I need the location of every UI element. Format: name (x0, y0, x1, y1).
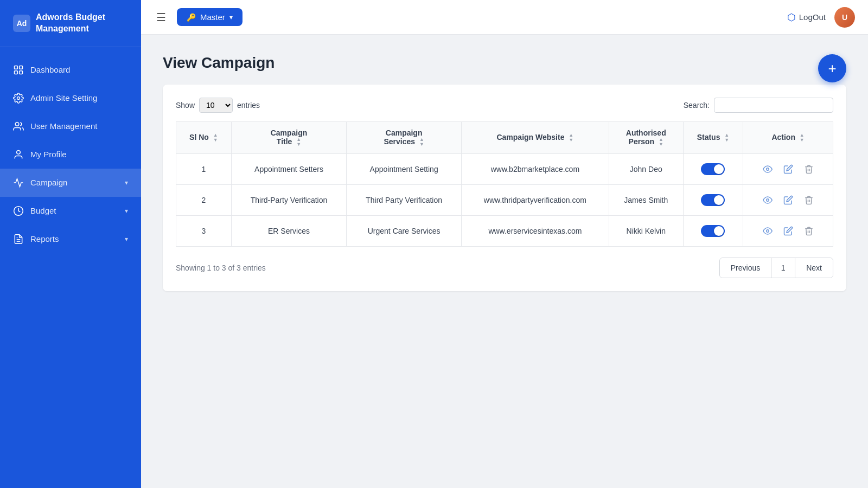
table-row: 3 ER Services Urgent Care Services www.e… (176, 216, 833, 247)
edit-icon[interactable] (781, 162, 796, 177)
cell-campaign-website: www.erservicesintexas.com (461, 216, 609, 247)
content-area: View Campaign + Show 10 25 50 100 entrie… (141, 35, 868, 488)
key-icon: 🔑 (187, 13, 196, 22)
master-label: Master (200, 12, 225, 22)
sort-icon-campaign-services: ▲▼ (419, 137, 424, 147)
status-toggle[interactable] (701, 163, 725, 175)
sidebar-item-my-profile[interactable]: My Profile (0, 140, 141, 169)
sidebar: Ad Adwords Budget Management Dashboard A… (0, 0, 141, 488)
delete-icon[interactable] (801, 162, 816, 177)
person-icon (13, 149, 24, 160)
cell-campaign-title: Third-Party Verification (231, 185, 347, 216)
sidebar-item-label: User Management (30, 121, 97, 131)
dashboard-icon (13, 65, 24, 75)
delete-icon[interactable] (801, 192, 816, 208)
page-number-1[interactable]: 1 (771, 258, 795, 278)
campaign-icon (13, 177, 24, 188)
logout-label: LogOut (799, 12, 826, 22)
showing-text: Showing 1 to 3 of 3 entries (176, 264, 266, 272)
logout-button[interactable]: ⬡ LogOut (787, 11, 826, 23)
svg-point-12 (766, 230, 769, 233)
status-toggle[interactable] (701, 225, 725, 237)
view-icon[interactable] (760, 162, 775, 177)
settings-icon (13, 93, 24, 104)
svg-point-11 (766, 199, 769, 202)
sort-icon-campaign-title: ▲▼ (296, 137, 301, 147)
add-campaign-button[interactable]: + (818, 54, 846, 82)
status-toggle[interactable] (701, 194, 725, 206)
sidebar-item-reports[interactable]: Reports ▾ (0, 225, 141, 253)
action-icons (751, 192, 825, 208)
previous-button[interactable]: Previous (720, 258, 771, 278)
sidebar-brand: Ad Adwords Budget Management (0, 0, 141, 47)
content-card: Show 10 25 50 100 entries Search: (163, 85, 846, 291)
sidebar-item-admin-site-setting[interactable]: Admin Site Setting (0, 84, 141, 112)
sidebar-item-user-management[interactable]: User Management (0, 112, 141, 140)
delete-icon[interactable] (801, 223, 816, 239)
reports-icon (13, 234, 24, 245)
brand-title: Adwords Budget Management (36, 12, 105, 35)
cell-campaign-services: Third Party Verification (347, 185, 462, 216)
sidebar-item-campaign[interactable]: Campaign ▾ (0, 169, 141, 197)
svg-point-5 (15, 122, 19, 126)
edit-icon[interactable] (781, 192, 796, 208)
sidebar-item-budget[interactable]: Budget ▾ (0, 197, 141, 225)
campaign-table: Sl No ▲▼ CampaignTitle ▲▼ CampaignServic… (176, 121, 833, 247)
table-body: 1 Appointment Setters Appointment Settin… (176, 154, 833, 247)
content-wrapper: View Campaign + Show 10 25 50 100 entrie… (163, 54, 846, 291)
brand-icon: Ad (13, 15, 30, 32)
entries-label: entries (237, 101, 260, 110)
sidebar-item-label: Campaign (30, 178, 67, 187)
chevron-down-icon: ▾ (125, 179, 128, 187)
topbar: ☰ 🔑 Master ▾ ⬡ LogOut U (141, 0, 868, 35)
cell-campaign-services: Appointment Setting (347, 154, 462, 185)
sidebar-item-label: Reports (30, 234, 59, 243)
table-row: 1 Appointment Setters Appointment Settin… (176, 154, 833, 185)
avatar[interactable]: U (834, 7, 855, 28)
topbar-right: ⬡ LogOut U (787, 7, 855, 28)
view-icon[interactable] (760, 223, 775, 239)
svg-rect-2 (15, 70, 18, 74)
sidebar-item-dashboard[interactable]: Dashboard (0, 56, 141, 84)
th-campaign-services: CampaignServices ▲▼ (347, 122, 462, 154)
svg-point-10 (766, 168, 769, 171)
view-icon[interactable] (760, 192, 775, 208)
users-icon (13, 121, 24, 132)
menu-toggle-button[interactable]: ☰ (154, 9, 168, 26)
th-action: Action ▲▼ (743, 122, 833, 154)
th-sl-no: Sl No ▲▼ (176, 122, 232, 154)
cell-campaign-website: www.b2bmarketplace.com (461, 154, 609, 185)
sort-icon-authorised-person: ▲▼ (659, 137, 663, 147)
sort-icon-campaign-website: ▲▼ (569, 133, 573, 143)
cell-authorised-person: John Deo (609, 154, 683, 185)
show-entries-control: Show 10 25 50 100 entries (176, 98, 260, 113)
cell-status (683, 185, 743, 216)
svg-point-6 (17, 150, 21, 154)
search-label: Search: (684, 101, 710, 110)
cell-authorised-person: Nikki Kelvin (609, 216, 683, 247)
cell-action (743, 216, 833, 247)
next-button[interactable]: Next (795, 258, 833, 278)
cell-status (683, 154, 743, 185)
main-area: ☰ 🔑 Master ▾ ⬡ LogOut U View Campaign + (141, 0, 868, 488)
table-controls-top: Show 10 25 50 100 entries Search: (176, 98, 833, 113)
edit-icon[interactable] (781, 223, 796, 239)
table-row: 2 Third-Party Verification Third Party V… (176, 185, 833, 216)
chevron-down-icon: ▾ (125, 207, 128, 215)
cell-action (743, 154, 833, 185)
cell-campaign-services: Urgent Care Services (347, 216, 462, 247)
chevron-down-icon: ▾ (125, 235, 128, 243)
page-title: View Campaign (163, 54, 846, 72)
svg-rect-1 (20, 66, 23, 69)
sidebar-item-label: My Profile (30, 150, 67, 159)
master-dropdown-button[interactable]: 🔑 Master ▾ (177, 8, 242, 26)
budget-icon (13, 206, 24, 216)
cell-campaign-website: www.thridpartyverification.com (461, 185, 609, 216)
entries-select[interactable]: 10 25 50 100 (199, 98, 233, 113)
sort-icon-status: ▲▼ (724, 133, 729, 143)
svg-rect-3 (20, 70, 23, 74)
pagination: Previous 1 Next (719, 258, 833, 278)
search-input[interactable] (714, 98, 833, 113)
table-header: Sl No ▲▼ CampaignTitle ▲▼ CampaignServic… (176, 122, 833, 154)
th-campaign-title: CampaignTitle ▲▼ (231, 122, 347, 154)
